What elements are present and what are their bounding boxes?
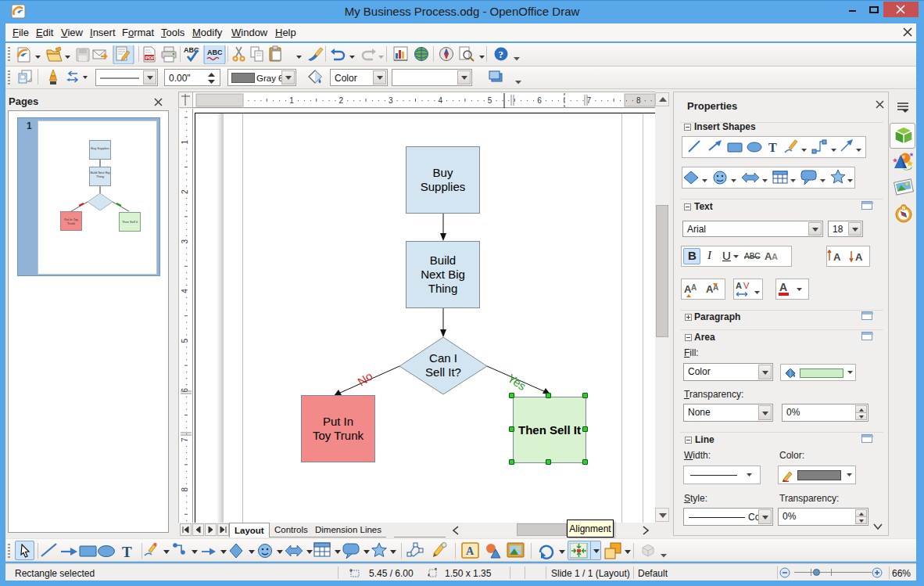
svg-text:A: A bbox=[833, 251, 841, 263]
svg-text:4: 4 bbox=[438, 96, 442, 105]
svg-text:Yes: Yes bbox=[505, 371, 528, 393]
svg-text:V: V bbox=[743, 281, 750, 290]
svg-text:5: 5 bbox=[181, 338, 189, 343]
svg-text:A: A bbox=[691, 283, 697, 292]
svg-text:6: 6 bbox=[181, 388, 189, 393]
svg-text:ABC: ABC bbox=[207, 49, 223, 56]
svg-text:1: 1 bbox=[289, 96, 294, 105]
svg-text:7: 7 bbox=[181, 437, 189, 442]
svg-text:No: No bbox=[355, 369, 374, 389]
svg-text:T: T bbox=[122, 544, 132, 560]
svg-text:3: 3 bbox=[181, 239, 189, 243]
svg-text:?: ? bbox=[499, 49, 504, 60]
svg-text:Sell It?: Sell It? bbox=[425, 365, 461, 379]
svg-text:A: A bbox=[736, 281, 742, 290]
svg-text:3: 3 bbox=[389, 96, 393, 105]
svg-text:A: A bbox=[779, 281, 787, 293]
svg-text:2: 2 bbox=[339, 96, 344, 105]
svg-text:7: 7 bbox=[587, 96, 592, 105]
svg-text:T: T bbox=[768, 141, 777, 154]
svg-text:A: A bbox=[466, 545, 475, 557]
svg-text:A: A bbox=[855, 251, 863, 263]
svg-text:N: N bbox=[902, 206, 905, 210]
svg-text:1: 1 bbox=[181, 140, 189, 145]
svg-text:6: 6 bbox=[537, 96, 542, 105]
svg-text:8: 8 bbox=[181, 487, 189, 491]
svg-text:PDF: PDF bbox=[145, 56, 155, 60]
svg-text:5: 5 bbox=[488, 96, 492, 105]
svg-text:4: 4 bbox=[181, 289, 189, 293]
svg-text:8: 8 bbox=[636, 96, 641, 105]
svg-text:Can I: Can I bbox=[429, 351, 457, 365]
svg-text:2: 2 bbox=[181, 189, 189, 194]
